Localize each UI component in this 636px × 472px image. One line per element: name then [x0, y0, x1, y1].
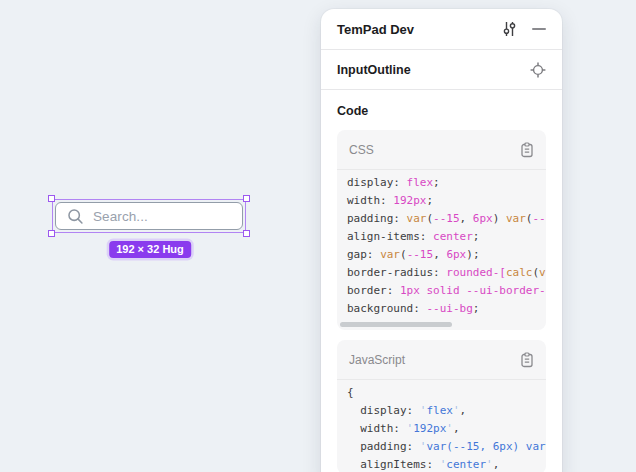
javascript-card-header: JavaScript	[337, 340, 546, 380]
panel-title: TemPad Dev	[337, 22, 414, 37]
locate-icon	[530, 62, 546, 78]
selection-handle-bottom-right[interactable]	[243, 230, 250, 237]
selection-handle-top-left[interactable]	[48, 195, 55, 202]
selection-handle-bottom-left[interactable]	[48, 230, 55, 237]
panel-header: TemPad Dev	[321, 9, 562, 50]
javascript-code-card: JavaScript { display: 'flex', width: '19…	[337, 340, 546, 472]
javascript-card-label: JavaScript	[349, 353, 405, 367]
sliders-icon	[502, 21, 517, 37]
css-scrollbar-thumb[interactable]	[340, 322, 452, 327]
minimize-icon	[532, 27, 546, 31]
component-name: InputOutline	[337, 63, 411, 77]
css-horizontal-scrollbar[interactable]	[337, 318, 546, 330]
javascript-code: { display: 'flex', width: '192px', paddi…	[337, 380, 546, 472]
selection-handle-top-right[interactable]	[243, 195, 250, 202]
copy-icon	[520, 142, 534, 158]
css-code: display: flex;width: 192px;padding: var(…	[337, 170, 546, 318]
copy-javascript-button[interactable]	[520, 352, 534, 368]
selection-outline	[52, 199, 246, 233]
code-section-title: Code	[337, 104, 546, 118]
locate-component-button[interactable]	[530, 62, 546, 78]
css-card-label: CSS	[349, 143, 374, 157]
tempad-dev-panel: TemPad Dev	[321, 9, 562, 472]
settings-sliders-button[interactable]	[502, 21, 517, 37]
code-section: Code CSS display: flex;width: 192px	[321, 90, 562, 472]
css-code-card: CSS display: flex;width: 192px;padding: …	[337, 130, 546, 330]
copy-icon	[520, 352, 534, 368]
minimize-button[interactable]	[532, 27, 546, 31]
selected-component-row: InputOutline	[321, 50, 562, 90]
css-card-header: CSS	[337, 130, 546, 170]
selection-size-badge: 192 × 32 Hug	[109, 241, 191, 258]
copy-css-button[interactable]	[520, 142, 534, 158]
